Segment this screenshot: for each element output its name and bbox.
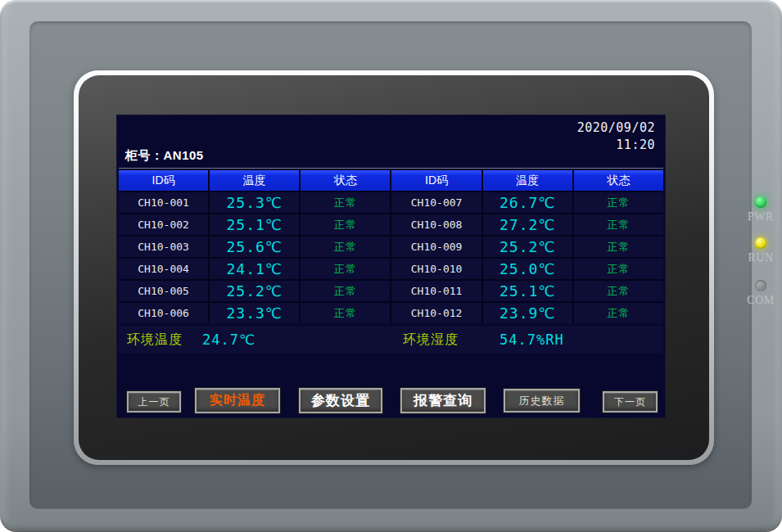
touchscreen: 2020/09/02 11:20 柜号：AN105 ID码 温度 状态 ID码 … (117, 115, 665, 417)
pwr-led-label: PWR (739, 210, 782, 223)
pwr-led-icon (755, 196, 766, 208)
screen-bezel-trim: 2020/09/02 11:20 柜号：AN105 ID码 温度 状态 ID码 … (74, 70, 714, 465)
led-item: RUN (739, 237, 782, 264)
hmi-device: 2020/09/02 11:20 柜号：AN105 ID码 温度 状态 ID码 … (0, 0, 782, 532)
led-item: PWR (739, 196, 782, 223)
led-panel: PWR RUN COM (739, 193, 782, 324)
run-led-icon (755, 237, 766, 249)
prev-page-button[interactable]: 上一页 (127, 391, 181, 413)
realtime-temp-button[interactable]: 实时温度 (195, 388, 280, 413)
com-led-label: COM (739, 294, 782, 307)
faceplate: 2020/09/02 11:20 柜号：AN105 ID码 温度 状态 ID码 … (29, 21, 752, 509)
nav-button-row: 上一页实时温度参数设置报警查询历史数据下一页 (117, 115, 665, 417)
led-item: COM (739, 280, 782, 307)
alarm-query-button[interactable]: 报警查询 (400, 388, 486, 413)
param-settings-button[interactable]: 参数设置 (299, 388, 382, 413)
run-led-label: RUN (739, 251, 782, 264)
next-page-button[interactable]: 下一页 (603, 391, 658, 413)
history-data-button[interactable]: 历史数据 (504, 389, 580, 413)
screen-bezel: 2020/09/02 11:20 柜号：AN105 ID码 温度 状态 ID码 … (79, 75, 709, 460)
com-led-icon (755, 280, 766, 291)
